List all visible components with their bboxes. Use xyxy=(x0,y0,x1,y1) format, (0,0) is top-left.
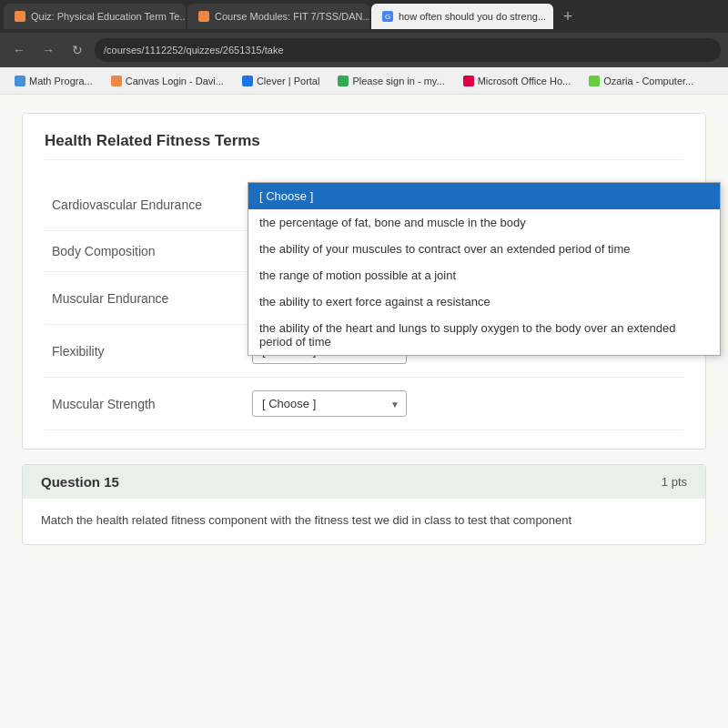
bookmark-clever[interactable]: Clever | Portal xyxy=(235,74,328,88)
dropdown-item-exert-force[interactable]: the ability to exert force against a res… xyxy=(248,288,720,315)
body-composition-label: Body Composition xyxy=(45,231,245,272)
bookmark-canvas-label: Canvas Login - Davi... xyxy=(126,76,224,86)
bookmark-ozaria-label: Ozaria - Computer... xyxy=(603,76,693,86)
tab-bar: Quiz: Physical Education Term Te... ✕ Co… xyxy=(0,0,728,33)
tab-favicon-modules xyxy=(198,11,209,22)
muscular-strength-select[interactable]: [ Choose ] xyxy=(252,390,407,417)
dropdown-item-heart-lungs[interactable]: the ability of the heart and lungs to su… xyxy=(248,315,720,355)
tab-add-button[interactable]: + xyxy=(555,4,581,29)
dropdown-item-muscular-contract[interactable]: the ability of your muscules to contract… xyxy=(248,236,720,262)
tab-quiz[interactable]: Quiz: Physical Education Term Te... ✕ xyxy=(4,4,186,29)
question-15-pts: 1 pts xyxy=(662,475,687,489)
question-15-number: Question 15 xyxy=(41,474,119,490)
tab-modules[interactable]: Course Modules: FIT 7/TSS/DAN... ✕ xyxy=(187,4,369,29)
tab-google-label: how often should you do streng... xyxy=(399,11,546,22)
question-15-box: Question 15 1 pts Match the health relat… xyxy=(22,464,706,545)
muscular-strength-label: Muscular Strength xyxy=(45,378,245,430)
bookmark-icon-sign-in xyxy=(338,76,349,86)
tab-favicon-quiz xyxy=(15,11,25,22)
bookmark-icon-office xyxy=(463,76,474,86)
dropdown-item-range-motion[interactable]: the range of motion possible at a joint xyxy=(248,262,720,288)
bookmark-sign-in[interactable]: Please sign in - my... xyxy=(330,74,451,88)
bookmark-ozaria[interactable]: Ozaria - Computer... xyxy=(581,74,701,88)
reload-button[interactable]: ↻ xyxy=(66,38,89,62)
bookmark-icon-math xyxy=(15,76,25,86)
question-15-text: Match the health related fitness compone… xyxy=(41,511,687,530)
flexibility-label: Flexibility xyxy=(45,325,245,378)
back-button[interactable]: ← xyxy=(7,38,31,62)
bookmarks-bar: Math Progra... Canvas Login - Davi... Cl… xyxy=(0,67,728,95)
forward-button[interactable]: → xyxy=(36,38,60,62)
address-bar-row: ← → ↻ /courses/1112252/quizzes/2651315/t… xyxy=(0,33,728,67)
muscular-strength-select-cell: [ Choose ] ▼ xyxy=(245,378,683,430)
tab-modules-label: Course Modules: FIT 7/TSS/DAN... xyxy=(215,11,369,22)
section-title: Health Related Fitness Terms xyxy=(45,132,683,160)
bookmark-canvas[interactable]: Canvas Login - Davi... xyxy=(104,74,231,88)
bookmark-office[interactable]: Microsoft Office Ho... xyxy=(456,74,579,88)
browser-chrome: Quiz: Physical Education Term Te... ✕ Co… xyxy=(0,0,728,95)
bookmark-clever-label: Clever | Portal xyxy=(257,76,320,86)
bookmark-icon-ozaria xyxy=(589,76,600,86)
body-composition-dropdown[interactable]: [ Choose ] the percentage of fat, bone a… xyxy=(248,182,721,356)
bookmark-math-label: Math Progra... xyxy=(29,76,93,86)
cardiovascular-label: Cardiovascular Endurance xyxy=(45,178,245,231)
dropdown-item-fat-bone[interactable]: the percentage of fat, bone and muscle i… xyxy=(248,209,720,236)
bookmark-icon-canvas xyxy=(111,76,122,86)
bookmark-sign-in-label: Please sign in - my... xyxy=(352,76,444,86)
address-bar[interactable]: /courses/1112252/quizzes/2651315/take xyxy=(95,38,721,62)
bookmark-office-label: Microsoft Office Ho... xyxy=(478,76,571,86)
address-text: /courses/1112252/quizzes/2651315/take xyxy=(104,45,284,56)
bookmark-icon-clever xyxy=(242,76,253,86)
dropdown-item-choose[interactable]: [ Choose ] xyxy=(248,183,720,209)
tab-google[interactable]: G how often should you do streng... ✕ xyxy=(371,4,553,29)
muscular-strength-select-wrapper: [ Choose ] ▼ xyxy=(252,390,407,417)
bookmark-math[interactable]: Math Progra... xyxy=(7,74,100,88)
tab-quiz-label: Quiz: Physical Education Term Te... xyxy=(31,11,186,22)
muscular-endurance-label: Muscular Endurance xyxy=(45,272,245,325)
tab-favicon-google: G xyxy=(382,11,393,22)
table-row-muscular-strength: Muscular Strength [ Choose ] ▼ xyxy=(45,378,683,430)
question-15-header: Question 15 1 pts xyxy=(23,465,705,499)
